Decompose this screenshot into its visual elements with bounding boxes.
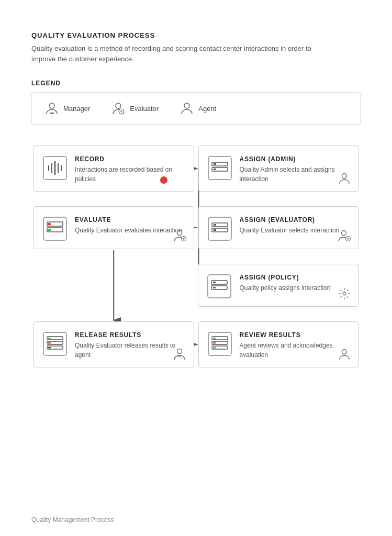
legend-label: LEGEND [31,80,361,87]
assign-evaluator-process-box: ASSIGN (EVALUATOR) Quality Evaluator sel… [198,206,359,249]
assign-evaluator-desc: Quality Evaluator selects interaction [240,226,350,235]
assign-admin-icon [207,155,232,181]
release-results-desc: Quality Evaluator releases results to ag… [75,341,185,360]
record-desc: Interactions are recorded based on polic… [75,165,185,184]
svg-rect-27 [214,169,216,170]
assign-policy-icon [207,274,232,299]
svg-rect-65 [213,338,216,339]
review-results-role-icon [338,348,351,361]
page-subtitle: Quality evaluation is a method of record… [31,43,324,64]
assign-evaluator-icon [207,216,232,241]
review-results-process-box: REVIEW RESULTS Agent reviews and acknowl… [198,321,359,367]
evaluator-icon [111,101,126,116]
empty-row3-left [31,262,196,309]
assign-admin-process-box: ASSIGN (ADMIN) Quality Admin selects and… [198,146,359,192]
legend-agent: Agent [180,101,216,116]
svg-point-8 [184,103,189,108]
review-results-icon [207,331,232,356]
footer-text: Quality Management Process [31,516,114,523]
assign-policy-desc: Quality policy assigns interaction [239,283,350,293]
svg-point-0 [49,103,54,108]
legend-manager: Manager [44,101,90,116]
evaluate-title: EVALUATE [75,216,185,224]
page-title: QUALITY EVALUATION PROCESS [31,31,361,39]
assign-policy-role-icon [338,287,351,300]
assign-admin-desc: Quality Admin selects and assigns intera… [240,165,350,184]
svg-rect-33 [48,229,51,231]
assign-evaluator-title: ASSIGN (EVALUATOR) [240,216,350,224]
assign-admin-title: ASSIGN (ADMIN) [240,155,350,163]
svg-rect-50 [213,282,216,283]
evaluate-box-wrapper: EVALUATE Quality Evaluator evaluates int… [31,204,196,251]
flow-wrapper: RECORD Interactions are recorded based o… [31,143,361,370]
manager-icon [44,101,59,116]
assign-evaluator-role-icon [337,229,351,242]
svg-rect-58 [48,342,51,344]
legend-evaluator: Evaluator [111,101,159,116]
evaluate-desc: Quality Evaluator evaluates interaction [75,226,185,235]
evaluate-role-icon [173,229,186,242]
assign-policy-process-box: ASSIGN (POLICY) Quality policy assigns i… [198,264,359,307]
record-dot [160,176,167,184]
footer: Quality Management Process [31,516,114,523]
record-icon [42,155,68,181]
svg-point-60 [177,349,182,354]
release-results-process-box: RELEASE RESULTS Quality Evaluator releas… [33,321,194,367]
record-box-wrapper: RECORD Interactions are recorded based o… [31,143,196,194]
assign-admin-role-icon [338,172,351,185]
assign-policy-box-wrapper: ASSIGN (POLICY) Quality policy assigns i… [196,262,361,309]
svg-rect-59 [48,347,51,349]
assign-admin-box-wrapper: ASSIGN (ADMIN) Quality Admin selects and… [196,143,361,194]
review-results-box-wrapper: REVIEW RESULTS Agent reviews and acknowl… [196,319,361,370]
review-results-title: REVIEW RESULTS [240,331,350,339]
release-results-box-wrapper: RELEASE RESULTS Quality Evaluator releas… [31,319,196,370]
legend-box: Manager Evaluator Agent [31,92,361,125]
svg-rect-26 [214,163,216,165]
svg-rect-57 [48,338,51,339]
svg-rect-41 [214,224,216,226]
assign-policy-title: ASSIGN (POLICY) [239,274,350,281]
svg-rect-66 [213,342,216,344]
record-process-box: RECORD Interactions are recorded based o… [33,146,194,192]
svg-point-34 [177,231,182,236]
evaluate-icon [42,216,68,241]
svg-point-52 [343,292,346,295]
svg-rect-1 [50,113,54,114]
svg-point-68 [342,350,347,354]
svg-point-4 [116,103,121,108]
release-results-role-icon [173,347,186,361]
svg-rect-67 [213,347,216,349]
agent-icon [180,101,194,116]
release-results-icon [42,331,68,356]
svg-rect-42 [214,229,216,231]
assign-evaluator-box-wrapper: ASSIGN (EVALUATOR) Quality Evaluator sel… [196,204,361,251]
svg-point-28 [342,174,347,178]
release-results-title: RELEASE RESULTS [75,331,185,339]
svg-rect-32 [48,223,51,225]
svg-point-43 [342,231,346,236]
record-title: RECORD [75,155,185,163]
svg-rect-51 [213,287,216,288]
evaluate-process-box: EVALUATE Quality Evaluator evaluates int… [33,206,194,249]
review-results-desc: Agent reviews and acknowledges evaluatio… [240,341,350,360]
